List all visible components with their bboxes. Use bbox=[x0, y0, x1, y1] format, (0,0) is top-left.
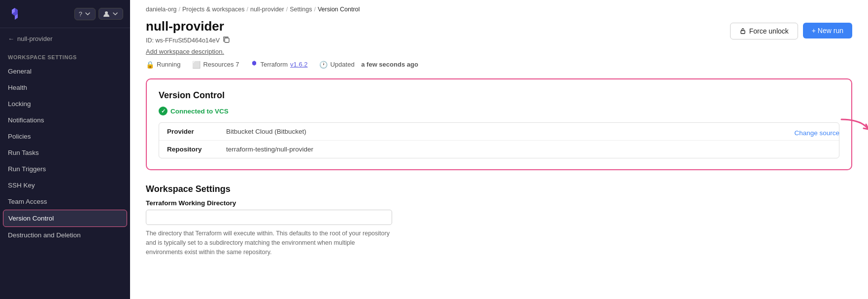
breadcrumb-org[interactable]: daniela-org bbox=[146, 6, 177, 13]
help-button[interactable]: ? bbox=[74, 8, 96, 20]
force-unlock-button[interactable]: Force unlock bbox=[730, 23, 798, 39]
breadcrumb-sep-4: / bbox=[314, 6, 315, 13]
arrow-annotation bbox=[836, 114, 868, 144]
change-source-link[interactable]: Change source bbox=[794, 129, 839, 137]
workspace-meta: 🔒 Running ⬜ Resources 7 Terraform v1.6.2… bbox=[146, 60, 730, 69]
provider-label: Provider bbox=[167, 128, 226, 135]
svg-rect-7 bbox=[741, 31, 745, 34]
meta-resources: ⬜ Resources 7 bbox=[192, 61, 239, 69]
sidebar-item-run-tasks[interactable]: Run Tasks bbox=[0, 145, 130, 161]
breadcrumb-projects[interactable]: Projects & workspaces bbox=[182, 6, 244, 13]
vc-details-box: Provider Bitbucket Cloud (Bitbucket) Rep… bbox=[159, 122, 839, 158]
working-dir-help: The directory that Terraform will execut… bbox=[146, 229, 392, 257]
vc-provider-row: Provider Bitbucket Cloud (Bitbucket) bbox=[159, 123, 839, 141]
sidebar-item-notifications[interactable]: Notifications bbox=[0, 112, 130, 128]
terraform-version-link[interactable]: v1.6.2 bbox=[290, 61, 307, 68]
sidebar: ? ← null-provider Workspace Settings Gen… bbox=[0, 0, 130, 299]
repository-label: Repository bbox=[167, 146, 226, 153]
copy-id-icon[interactable] bbox=[223, 36, 230, 45]
terraform-logo-icon bbox=[7, 6, 23, 22]
working-dir-label: Terraform Working Directory bbox=[146, 199, 852, 207]
provider-value: Bitbucket Cloud (Bitbucket) bbox=[226, 128, 306, 135]
help-icon: ? bbox=[79, 10, 82, 18]
sidebar-header: ? bbox=[0, 0, 130, 28]
ws-settings-title: Workspace Settings bbox=[146, 184, 852, 194]
svg-rect-5 bbox=[225, 38, 229, 42]
sidebar-item-general[interactable]: General bbox=[0, 63, 130, 79]
sidebar-item-destruction-deletion[interactable]: Destruction and Deletion bbox=[0, 227, 130, 243]
meta-updated: 🕐 Updated a few seconds ago bbox=[319, 61, 418, 69]
working-dir-input[interactable] bbox=[146, 210, 392, 225]
back-nav-button[interactable]: ← null-provider bbox=[0, 28, 130, 47]
sidebar-controls: ? bbox=[74, 8, 123, 20]
vc-repository-row: Repository terraform-testing/null-provid… bbox=[159, 141, 839, 158]
vc-card-title: Version Control bbox=[159, 90, 839, 101]
repository-value: terraform-testing/null-provider bbox=[226, 146, 313, 153]
clock-icon: 🕐 bbox=[319, 61, 328, 69]
version-control-card: Version Control ✓ Connected to VCS Provi… bbox=[146, 78, 852, 170]
workspace-settings-section-label: Workspace Settings bbox=[0, 47, 130, 63]
sidebar-item-run-triggers[interactable]: Run Triggers bbox=[0, 161, 130, 177]
user-chevron-icon bbox=[112, 10, 119, 17]
sidebar-item-policies[interactable]: Policies bbox=[0, 128, 130, 145]
sidebar-item-team-access[interactable]: Team Access bbox=[0, 193, 130, 210]
lock-icon: 🔒 bbox=[146, 61, 154, 69]
sidebar-item-ssh-key[interactable]: SSH Key bbox=[0, 177, 130, 193]
sidebar-item-locking[interactable]: Locking bbox=[0, 96, 130, 112]
page-title: null-provider bbox=[146, 19, 730, 34]
resources-icon: ⬜ bbox=[192, 61, 200, 69]
breadcrumb-workspace[interactable]: null-provider bbox=[250, 6, 284, 13]
connected-badge: ✓ Connected to VCS bbox=[159, 107, 839, 115]
breadcrumb-sep-2: / bbox=[246, 6, 248, 13]
connected-dot-icon: ✓ bbox=[159, 107, 167, 115]
content-area: Version Control ✓ Connected to VCS Provi… bbox=[130, 69, 868, 299]
user-menu-button[interactable] bbox=[99, 8, 123, 20]
breadcrumb-sep-3: / bbox=[286, 6, 288, 13]
unlock-icon bbox=[739, 28, 746, 35]
page-header: null-provider ID: ws-FFruSt5D464o14eV Ad… bbox=[130, 17, 868, 69]
header-actions: Force unlock + New run bbox=[730, 19, 852, 39]
breadcrumb-current: Version Control bbox=[318, 6, 360, 13]
workspace-id: ID: ws-FFruSt5D464o14eV bbox=[146, 36, 730, 45]
add-description-link[interactable]: Add workspace description. bbox=[146, 48, 730, 55]
meta-status: 🔒 Running bbox=[146, 61, 180, 69]
user-icon bbox=[103, 10, 110, 17]
svg-marker-6 bbox=[252, 61, 256, 66]
workspace-settings-section: Workspace Settings Terraform Working Dir… bbox=[146, 184, 852, 257]
terraform-icon bbox=[251, 60, 258, 69]
breadcrumb-sep-1: / bbox=[179, 6, 180, 13]
main-content: daniela-org / Projects & workspaces / nu… bbox=[130, 0, 868, 299]
sidebar-logo bbox=[7, 6, 23, 22]
sidebar-nav: GeneralHealthLockingNotificationsPolicie… bbox=[0, 63, 130, 243]
meta-terraform: Terraform v1.6.2 bbox=[251, 60, 307, 69]
help-chevron-icon bbox=[84, 10, 91, 17]
title-area: null-provider ID: ws-FFruSt5D464o14eV Ad… bbox=[146, 19, 730, 69]
sidebar-item-health[interactable]: Health bbox=[0, 79, 130, 96]
back-arrow-icon: ← bbox=[8, 35, 14, 42]
breadcrumb-settings[interactable]: Settings bbox=[290, 6, 312, 13]
sidebar-item-version-control[interactable]: Version Control bbox=[3, 210, 127, 227]
breadcrumb: daniela-org / Projects & workspaces / nu… bbox=[130, 0, 868, 17]
new-run-button[interactable]: + New run bbox=[803, 23, 852, 38]
